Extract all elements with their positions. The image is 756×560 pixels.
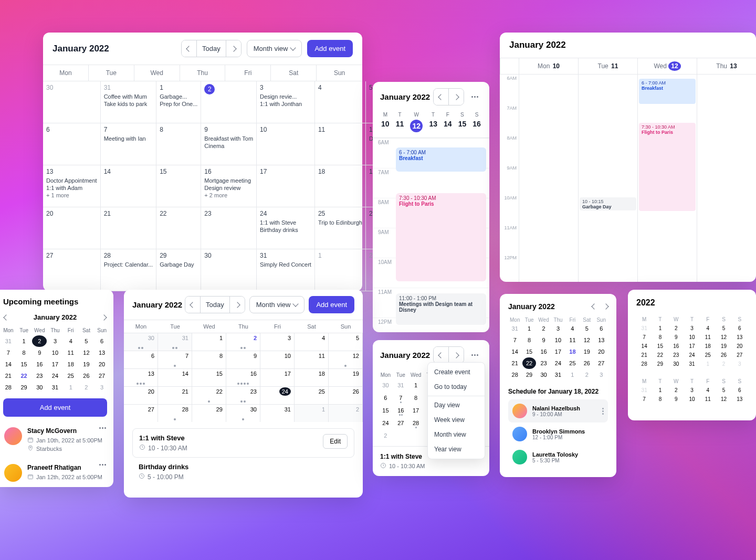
day-cell[interactable]: 7: [1, 347, 16, 358]
day-cell[interactable]: 7: [636, 333, 652, 342]
prev-button[interactable]: [185, 297, 201, 313]
day-cell[interactable]: 22: [156, 207, 201, 249]
day-cell[interactable]: 30: [226, 404, 260, 422]
day-header[interactable]: Mon 10: [519, 58, 578, 74]
day-cell[interactable]: 30: [124, 333, 158, 351]
day-cell[interactable]: 10: [260, 351, 295, 368]
day-cell[interactable]: 23: [226, 386, 260, 404]
day-cell[interactable]: 27: [595, 357, 608, 369]
day-cell[interactable]: 29: [192, 404, 226, 422]
next-button[interactable]: [603, 303, 608, 309]
event-label[interactable]: Project: Calendar...: [104, 261, 153, 268]
day-cell[interactable]: 17: [48, 358, 62, 370]
day-cell[interactable]: 6: [124, 351, 158, 368]
day-cell[interactable]: 6: [43, 123, 101, 165]
more-icon[interactable]: [99, 427, 106, 429]
day-button[interactable]: T13: [429, 112, 437, 132]
day-cell[interactable]: 4: [295, 333, 329, 351]
day-cell[interactable]: 18: [700, 342, 716, 351]
day-cell[interactable]: 2: [378, 430, 393, 441]
day-cell[interactable]: 19: [580, 346, 593, 357]
event-label[interactable]: Simply Red Concert: [260, 261, 311, 268]
timeline-event[interactable]: 11:00 - 1:00 PMMeetings with Design team…: [396, 293, 486, 325]
event-label[interactable]: Garbage Day: [160, 261, 197, 268]
day-cell[interactable]: 14: [158, 368, 192, 386]
day-cell[interactable]: 11: [315, 123, 366, 165]
prev-button[interactable]: [182, 40, 197, 57]
day-cell[interactable]: 3: [684, 386, 700, 395]
day-cell[interactable]: 21: [158, 386, 192, 404]
day-cell[interactable]: 16: [226, 368, 260, 386]
day-cell[interactable]: 19: [716, 342, 731, 351]
day-cell[interactable]: 27: [732, 351, 748, 360]
day-cell[interactable]: 6: [732, 324, 748, 333]
day-cell[interactable]: 1: [295, 404, 329, 422]
day-cell[interactable]: 15: [522, 346, 536, 357]
day-cell[interactable]: 30: [43, 81, 101, 123]
day-cell[interactable]: 28: [158, 404, 192, 422]
timeline-event[interactable]: 7:30 - 10:30 AMFlight to Paris: [639, 123, 696, 211]
day-cell[interactable]: 12: [329, 351, 363, 368]
day-cell[interactable]: 2: [537, 323, 550, 334]
day-cell[interactable]: 1: [566, 369, 579, 381]
day-cell[interactable]: 3: [732, 360, 748, 368]
add-event-button[interactable]: Add event: [309, 296, 354, 313]
day-cell[interactable]: 2: [668, 324, 684, 333]
schedule-item[interactable]: Nalani Hazelbush9 - 10:00 AM: [508, 399, 608, 422]
more-events-link[interactable]: + 1 more: [46, 192, 97, 198]
next-month-button[interactable]: [101, 314, 107, 320]
day-cell[interactable]: 25: [566, 357, 579, 369]
day-cell[interactable]: 17: [408, 405, 424, 418]
more-menu-button[interactable]: [467, 90, 482, 104]
day-cell[interactable]: 3: [595, 369, 608, 381]
day-cell[interactable]: 2: [226, 333, 260, 351]
day-cell[interactable]: 23: [201, 207, 257, 249]
timeline-event[interactable]: 6 - 7:00 AMBreakfast: [639, 79, 696, 104]
day-cell[interactable]: 27: [393, 418, 408, 430]
day-cell[interactable]: 10: [551, 334, 564, 346]
event-label[interactable]: 1:1 with Steve: [260, 219, 311, 226]
next-button[interactable]: [230, 297, 245, 313]
day-cell[interactable]: 26: [580, 357, 593, 369]
event-label[interactable]: Meeting with Ian: [104, 135, 153, 142]
event-label[interactable]: Breakfast with Tom: [204, 135, 253, 142]
day-cell[interactable]: 2: [79, 382, 94, 393]
day-cell[interactable]: 20: [732, 342, 748, 351]
day-cell[interactable]: 24: [48, 370, 62, 382]
day-cell[interactable]: 19: [329, 368, 363, 386]
day-cell[interactable]: 29: [652, 360, 668, 368]
day-cell[interactable]: 15: [378, 405, 393, 418]
day-cell[interactable]: 17: [260, 368, 295, 386]
day-cell[interactable]: 25: [295, 386, 329, 404]
day-cell[interactable]: 7: [508, 334, 521, 346]
day-cell[interactable]: 30: [32, 382, 47, 393]
day-cell[interactable]: 2: [668, 386, 684, 395]
meeting-item[interactable]: Praneetf Rhatigan Jan 12th, 2022 at 5:00…: [1, 459, 109, 487]
timeline-event[interactable]: 7:30 - 10:30 AMFlight to Paris: [396, 193, 486, 281]
day-cell[interactable]: 23: [537, 357, 550, 369]
day-cell[interactable]: 2: [201, 81, 257, 123]
day-cell[interactable]: 1Garbage...Prep for One...: [156, 81, 201, 123]
day-cell[interactable]: 23: [32, 370, 47, 382]
day-cell[interactable]: 4: [64, 335, 78, 347]
day-cell[interactable]: 5: [329, 333, 363, 351]
day-cell[interactable]: 11: [64, 347, 78, 358]
next-button[interactable]: [226, 40, 241, 57]
event-label[interactable]: Garbage...: [160, 93, 197, 100]
day-cell[interactable]: 4: [700, 386, 716, 395]
day-cell[interactable]: 16: [668, 342, 684, 351]
day-cell[interactable]: 9: [32, 347, 47, 358]
day-cell[interactable]: 8: [408, 393, 424, 405]
day-cell[interactable]: 25: [64, 370, 78, 382]
day-cell[interactable]: 9: [226, 351, 260, 368]
add-event-button[interactable]: Add event: [3, 398, 107, 417]
day-cell[interactable]: 23: [668, 351, 684, 360]
day-cell[interactable]: 9: [537, 334, 550, 346]
day-cell[interactable]: 17: [684, 342, 700, 351]
day-cell[interactable]: 24: [378, 418, 393, 430]
today-button[interactable]: Today: [197, 40, 226, 57]
day-cell[interactable]: 22: [192, 386, 226, 404]
day-cell[interactable]: 2: [32, 335, 47, 347]
menu-item[interactable]: Create event: [428, 365, 485, 379]
day-cell[interactable]: 19: [79, 358, 94, 370]
